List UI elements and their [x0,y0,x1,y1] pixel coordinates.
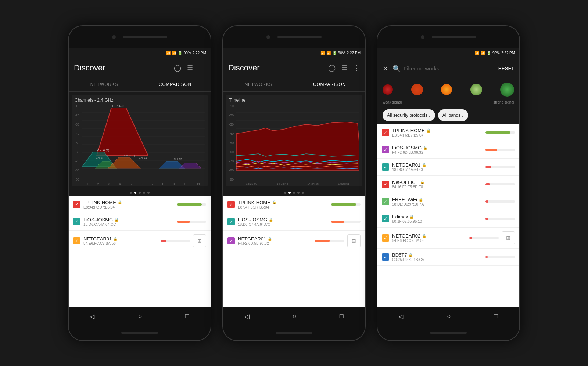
security-filter-btn-3[interactable]: All security protocols › [383,109,435,121]
signal-bar-edimax-3 [485,218,488,220]
network-info-tplink-3: TPLINK-HOME 🔒 E8:94:F6:D7:B5:04 [392,128,483,137]
battery-pct-3: 90% [492,51,500,55]
home-icon-2[interactable]: ○ [293,312,297,320]
checkbox-netgear02-3[interactable]: ✓ [382,234,389,242]
network-item-netgear-2[interactable]: ✓ NETGEAR01 🔒 F4:F2:6D:5B:96:32 ⊞ [223,231,365,251]
grid-button-3[interactable]: ⊞ [502,231,515,244]
top-bezel-2 [223,26,365,48]
signal-bar-netgear02-3-c [469,237,499,239]
dot-indicators-1 [69,189,211,196]
checkbox-fios-3[interactable]: ✓ [382,146,389,153]
tab-networks-2[interactable]: NETWORKS [223,77,294,91]
bottom-bar-2 [276,332,312,334]
network-item-fios-1[interactable]: ✓ FiOS-JOSMG 🔒 18:D6:C7:4A:64:CC [69,213,211,231]
recents-icon-2[interactable]: □ [340,312,344,320]
record-icon-2[interactable]: ◯ [328,64,336,72]
network-item-freewifi-3[interactable]: ✓ FREE_WiFi 🔒 98:DE:D0:97:20:7A [377,193,519,210]
network-item-fios-2[interactable]: ✓ FiOS-JOSMG 🔒 18:D6:C7:4A:64:CC [223,213,365,231]
top-bezel-3 [377,26,519,48]
network-item-tplink-3[interactable]: ✓ TPLINK-HOME 🔒 E8:94:F6:D7:B5:04 [377,124,519,141]
tab-networks-1[interactable]: NETWORKS [69,77,140,91]
back-icon-1[interactable]: ◁ [90,312,95,320]
network-item-netoffice-3[interactable]: ✓ Net-OFFICE 🔒 84:16:F9:F5:8D:F8 [377,176,519,193]
network-info-netgear-1: NETGEAR01 🔒 54:E6:FC:C7:BA:56 [83,236,158,246]
time-1: 2:22 PM [193,51,206,55]
dot-p2-3 [293,192,295,194]
recents-icon-1[interactable]: □ [185,312,189,320]
record-icon-1[interactable]: ◯ [174,64,181,72]
y-label-7: -70 [75,159,82,163]
network-item-edimax-3[interactable]: ✓ Edimax 🔒 80:1F:02:65:95:10 [377,210,519,228]
checkbox-bd5t7-3[interactable]: ✓ [382,253,389,261]
tab-comparison-1[interactable]: COMPARISON [140,77,211,91]
network-info-netgear-2: NETGEAR01 🔒 F4:F2:6D:5B:96:32 [238,236,312,246]
signal-bar-fios-1 [177,221,190,223]
y-label-3: -30 [75,123,82,126]
recents-icon-3[interactable]: □ [494,312,498,320]
checkbox-netoffice-3[interactable]: ✓ [382,181,389,188]
checkbox-netgear01-3[interactable]: ✓ [382,163,389,171]
network-name-freewifi-3: FREE_WiFi 🔒 [392,197,483,202]
back-icon-2[interactable]: ◁ [244,312,250,320]
lock-icon-netgear-2: 🔒 [268,237,272,241]
checkbox-netgear-1[interactable]: ✓ [73,237,80,244]
grid-button-2[interactable]: ⊞ [347,234,361,247]
signal-bubble-strong-3 [500,83,514,97]
checkbox-tplink-2[interactable]: ✓ [227,201,235,208]
grid-button-1[interactable]: ⊞ [193,234,206,247]
network-item-netgear-1[interactable]: ✓ NETGEAR01 🔒 54:E6:FC:C7:BA:56 ⊞ [69,231,211,251]
close-icon-3[interactable]: ✕ [383,65,388,73]
checkbox-tplink-3[interactable]: ✓ [382,129,389,136]
checkbox-fios-2[interactable]: ✓ [227,218,235,225]
svg-text:CH: 8 (1): CH: 8 (1) [124,154,135,157]
network-list-3: ✓ TPLINK-HOME 🔒 E8:94:F6:D7:B5:04 ✓ [377,124,519,307]
more-icon-1[interactable]: ⋮ [199,64,205,72]
checkbox-fios-1[interactable]: ✓ [73,218,80,225]
network-name-text-netgear-2: NETGEAR01 [238,236,266,242]
checkbox-freewifi-3[interactable]: ✓ [382,198,389,205]
dot-p2-4 [297,192,300,194]
network-item-netgear01-3[interactable]: ✓ NETGEAR01 🔒 18:D6:C7:4A:64:CC [377,159,519,176]
signal-bar-freewifi-3 [485,200,488,203]
time-2: 2:22 PM [347,51,361,55]
mac-bd5t7-3: C0:25:E9:82:1B:CA [392,258,483,262]
network-name-text-netgear-1: NETGEAR01 [83,236,112,242]
network-info-netoffice-3: Net-OFFICE 🔒 84:16:F9:F5:8D:F8 [392,180,483,189]
lock-edimax-3: 🔒 [409,215,414,219]
speaker-1 [123,36,167,38]
sliders-icon-2[interactable]: ☰ [341,64,347,72]
network-name-tplink-3: TPLINK-HOME 🔒 [392,128,483,133]
network-item-tplink-2[interactable]: ✓ TPLINK-HOME 🔒 E8:94:F6:D7:B5:04 [223,196,365,213]
network-name-netgear-2: NETGEAR01 🔒 [238,236,312,242]
y-label-4: -40 [75,132,82,135]
chart-title-1: Channels - 2.4 GHz [75,98,205,103]
sliders-icon-1[interactable]: ☰ [187,64,193,72]
more-icon-2[interactable]: ⋮ [353,64,360,72]
tl-x-3: 14:24:25 [307,182,319,185]
reset-button-3[interactable]: RESET [498,66,514,71]
tab-comparison-2[interactable]: COMPARISON [294,77,365,91]
network-item-netgear02-3[interactable]: ✓ NETGEAR02 🔒 54:E6:FC:C7:BA:56 ⊞ [377,228,519,249]
network-info-netgear02-3: NETGEAR02 🔒 54:E6:FC:C7:BA:56 [392,233,466,243]
network-item-bd5t7-3[interactable]: ✓ BD5T7 🔒 C0:25:E9:82:1B:CA [377,249,519,266]
checkbox-tplink-1[interactable]: ✓ [73,201,80,208]
speaker-2 [277,36,322,38]
back-icon-3[interactable]: ◁ [399,312,404,320]
checkbox-netgear-2[interactable]: ✓ [227,237,235,244]
phone-3: 📶 📶 🔋 90% 2:22 PM ✕ 🔍 Filter networks RE… [377,25,520,341]
network-item-fios-3[interactable]: ✓ FiOS-JOSMG 🔒 F4:F2:6D:5B:96:32 [377,141,519,159]
home-icon-1[interactable]: ○ [138,312,142,320]
svg-text:CH: 4 (6): CH: 4 (6) [112,104,126,108]
filter-placeholder-3[interactable]: Filter networks [404,65,440,72]
network-item-tplink-1[interactable]: ✓ TPLINK-HOME 🔒 E8:94:F6:D7:B5:04 [69,196,211,213]
wifi-icon-2: 📶 [326,51,331,55]
home-icon-3[interactable]: ○ [447,312,451,320]
network-info-tplink-1: TPLINK-HOME 🔒 E8:94:F6:D7:B5:04 [83,200,174,209]
bands-filter-btn-3[interactable]: All bands › [438,109,468,121]
network-mac-netgear-2: F4:F2:6D:5B:96:32 [238,242,312,246]
bottom-bar-3 [430,332,467,334]
lock-tplink-3: 🔒 [426,128,431,133]
battery-icon-2: 🔋 [332,51,337,55]
checkbox-edimax-3[interactable]: ✓ [382,215,389,222]
dot-3 [139,192,141,194]
